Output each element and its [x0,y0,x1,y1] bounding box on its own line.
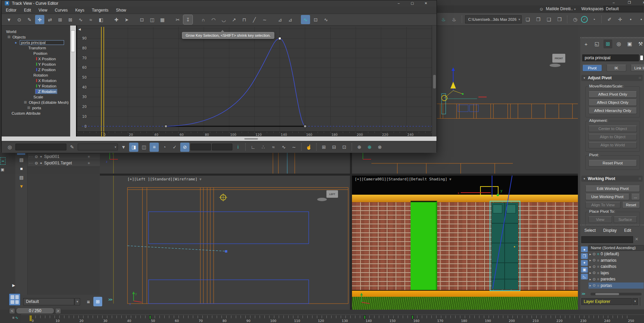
layer-search-input[interactable] [581,236,633,243]
import-page-icon[interactable]: ❏ [523,15,532,24]
viewcube-left[interactable]: LEFT [326,190,338,198]
menu-editor[interactable]: Editor [6,8,16,13]
selection-set-combo[interactable]: Default [23,298,74,305]
filter-hierarchy-icon[interactable]: ≡ [150,143,159,152]
tab-utilities[interactable]: ⚒ [636,39,644,48]
scene-check-icon[interactable]: ✓ [581,16,588,23]
lock-selection-icon[interactable]: ⊙ [15,15,24,24]
zoom-icon[interactable]: ⊕ [355,143,364,152]
menu-edit[interactable]: Edit [24,8,31,13]
filter-lights-icon[interactable]: ✦ [581,260,588,266]
explorer-type-caret-icon[interactable]: ▼ [632,298,638,305]
eye-icon[interactable]: ⊙ [593,271,596,275]
edit-track-set-icon[interactable]: ✎ [67,143,77,152]
grow-key-selection-icon[interactable]: ↧ [183,15,193,24]
region-keys-icon[interactable]: ⊡ [137,15,147,24]
time-slider[interactable] [29,315,32,321]
affect-hierarchy-only-button[interactable]: Affect Hierarchy Only [588,108,637,114]
layer-menu-display[interactable]: Display [603,228,616,233]
tangent-auto-icon[interactable]: ∩ [199,15,208,24]
filter-funnel-icon[interactable]: ▼ [18,184,25,191]
tree-item-porta-principal[interactable]: ●porta principal [15,40,65,45]
render-teapot-icon[interactable]: ♨ [449,15,459,24]
pan-hand-icon[interactable]: ☝ [304,143,313,152]
filter-menu-icon[interactable]: ▼ [119,143,128,152]
expand-box-icon[interactable]: ⊞ [27,106,30,110]
tv-minimize-button[interactable]: – [394,1,404,6]
filter-animated-icon[interactable]: ◔ [160,143,169,152]
keyframe-marker-160[interactable] [412,315,413,319]
tree-item-object-editable-mesh[interactable]: ⊞Object (Editable Mesh) [24,100,70,105]
rollout-header-adjust-pivot[interactable]: ▼Adjust Pivot∷ [581,75,643,81]
menu-curves[interactable]: Curves [55,8,68,13]
isolate-curve-icon[interactable]: ∿ [321,15,331,24]
workspace-combo[interactable]: Default [603,6,643,12]
graph-scrollbar[interactable] [432,26,436,136]
menu-tangents[interactable]: Tangents [92,8,109,13]
reset-button[interactable]: Reset [622,202,640,208]
selection-set-caret-icon[interactable]: ▼ [75,298,80,305]
main-minimize-button[interactable]: – [609,0,618,5]
key-value-field[interactable] [212,144,232,150]
draw-curves-icon[interactable]: ✎ [25,15,34,24]
layer-menu-edit[interactable]: Edit [624,228,631,233]
scene-item-spot001[interactable]: ⊙✦Spot001✳ [28,154,100,160]
menu-keys[interactable]: Keys [75,8,85,13]
eye-icon[interactable]: ⊙ [593,258,596,262]
extend-tools-icon[interactable]: ✛ [615,15,625,24]
filter-icon[interactable]: ▼ [4,15,14,24]
usage-gauge-icon[interactable]: ◔ [589,15,598,24]
track-set-combo[interactable]: ▾ [78,144,118,150]
zoom-value-extents-icon[interactable]: ⊟ [329,143,339,152]
graph-nav-arrow-icon[interactable]: ◀ [78,28,81,31]
viewport-filter-icon[interactable]: ▼ [449,177,451,181]
clear-search-icon[interactable]: ✕ [635,237,639,242]
toolbar-overflow-chevrons[interactable]: >> [108,297,112,302]
tab-hierarchy[interactable]: ⊞ [603,39,612,48]
render-setup-teapot-icon[interactable]: ♨ [439,15,448,24]
filter-unlocked-icon[interactable]: ⊘ [180,143,189,152]
viewport-vertical-divider[interactable] [350,152,352,310]
filter-keyable-icon[interactable]: ✓ [170,143,179,152]
mini-editor-icon[interactable]: ▣ [1,167,4,172]
tab-motion[interactable]: ◎ [614,39,623,48]
expand-arrow-icon[interactable]: ▸ [589,265,591,269]
window-resize-strip[interactable] [2,136,436,141]
filter-geometry-icon[interactable]: ❐ [581,253,588,259]
expand-arrow-icon[interactable]: ▶ [12,283,15,288]
detail-view-icon[interactable]: ▤ [18,175,25,182]
expand-arrow-icon[interactable]: ▸ [589,284,591,287]
edit-working-pivot-button[interactable]: Edit Working Pivot [585,185,640,192]
tv-maximize-button[interactable]: ▢ [407,1,417,6]
filter-cameras-icon[interactable]: ▣ [581,267,588,273]
select-value-icon[interactable]: ▦ [158,15,167,24]
layer-row-portas[interactable]: ▸⊙≡portas [588,282,644,289]
expand-arrow-icon[interactable]: ▸ [589,258,591,262]
interactive-update-icon[interactable]: ∼ [289,143,298,152]
export-page-icon[interactable]: ❒ [555,15,564,24]
list-view-icon[interactable]: ▤ [18,157,25,164]
viewport-left[interactable]: [+][Left ][Standard][Wireframe]▼ LEFT [100,176,350,310]
zoom-horizontal-extents-icon[interactable]: ⊞ [319,143,328,152]
layer-list-header[interactable]: Name (Sorted Ascending) [588,245,644,251]
tangent-linear-icon[interactable]: ╱ [250,15,259,24]
reference-page-icon[interactable]: ❑ [544,15,553,24]
main-restore-button[interactable]: ❐ [625,0,634,5]
affect-object-only-button[interactable]: Affect Object Only [588,99,637,106]
tangent-step-icon[interactable]: ⊓ [240,15,249,24]
move-keys-icon[interactable]: ✛ [35,15,44,24]
object-color-swatch[interactable] [640,55,643,61]
dot-a-icon[interactable]: • [626,15,635,24]
object-name-field[interactable]: porta principal [582,54,639,61]
keyframe-marker-50[interactable] [149,315,151,319]
dot-b-icon[interactable]: • [637,15,644,24]
expand-arrow-icon[interactable]: ▸ [589,252,591,256]
layer-row-caixilhos[interactable]: ▸⊙≡caixilhos [588,263,644,270]
use-working-pivot-button[interactable]: Use Working Pivot [585,194,629,200]
tree-item-x-rotation[interactable]: X Rotation [35,78,58,83]
zoom-region-mode-icon[interactable]: ⊡ [340,143,349,152]
key-info-icon[interactable]: i [233,143,243,152]
tangent-slow-icon[interactable]: ↗ [229,15,239,24]
tree-item-z-position[interactable]: Z Position [35,67,57,72]
layer-row-lajes[interactable]: ▸⊙≡lajes [588,270,644,276]
